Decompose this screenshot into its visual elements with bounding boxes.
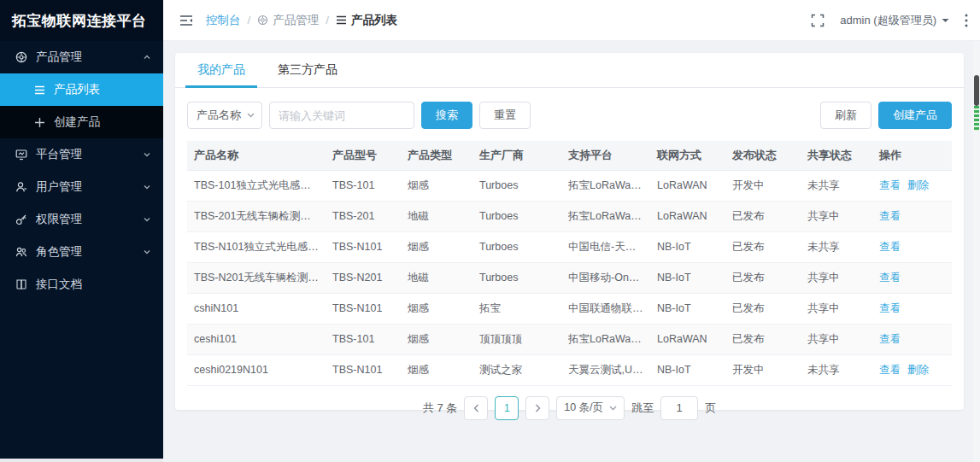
chevron-down-icon [143,183,151,191]
chevron-down-icon [143,150,151,159]
sidebar-item-label: 产品管理 [36,50,134,65]
page-size-select[interactable]: 10 条/页 [556,396,625,420]
page-number-1[interactable]: 1 [495,396,519,420]
chevron-down-icon [143,215,151,224]
sidebar-item-product-management[interactable]: 产品管理 [0,41,163,73]
chevron-up-icon [143,53,151,61]
col-header: 发布状态 [725,141,801,170]
list-icon [336,15,347,26]
view-link[interactable]: 查看 [879,241,901,253]
roles-icon [15,246,27,258]
col-header: 产品类型 [401,141,472,170]
top-header: 控制台 / 产品管理 / 产品列表 admin (超级管理员) [163,0,980,41]
jump-page-input[interactable] [660,396,698,420]
product-table: 产品名称 产品型号 产品类型 生产厂商 支持平台 联网方式 发布状态 共享状态 … [187,141,952,386]
doc-icon [15,278,27,290]
platform-icon [15,149,27,161]
caret-down-icon [942,18,949,23]
col-header: 支持平台 [561,141,650,170]
sidebar-item-platform-management[interactable]: 平台管理 [0,138,163,171]
table-header-row: 产品名称 产品型号 产品类型 生产厂商 支持平台 联网方式 发布状态 共享状态 … [187,141,952,170]
app-logo: 拓宝物联网连接平台 [0,0,163,41]
sidebar: 拓宝物联网连接平台 产品管理 产品列表 创建产品 平台管理 用户管理 权限管理 … [0,0,163,459]
pagination: 共 7 条 1 10 条/页 跳至 页 [175,396,964,420]
pagination-total: 共 7 条 [423,401,457,416]
sidebar-item-user-management[interactable]: 用户管理 [0,171,163,203]
content-card: 我的产品 第三方产品 产品名称 搜索 重置 刷新 创建产品 产品名称 产品型号 … [175,53,964,410]
fullscreen-icon[interactable] [811,14,824,27]
tab-third-party-products[interactable]: 第三方产品 [276,54,339,87]
filter-field-select[interactable]: 产品名称 [187,102,262,129]
breadcrumb-separator: / [248,14,251,26]
sidebar-item-label: 角色管理 [36,244,134,260]
reset-button[interactable]: 重置 [479,102,531,129]
more-options-icon[interactable] [965,14,968,27]
chevron-right-icon [535,404,541,412]
sidebar-item-label: 平台管理 [36,147,134,162]
sidebar-item-product-list[interactable]: 产品列表 [0,73,163,106]
breadcrumb-section[interactable]: 产品管理 [257,13,319,28]
refresh-button[interactable]: 刷新 [820,102,871,129]
sidebar-item-label: 用户管理 [36,179,134,195]
col-header: 操作 [872,141,952,170]
delete-link[interactable]: 删除 [907,364,929,376]
filter-toolbar: 产品名称 搜索 重置 刷新 创建产品 [175,88,964,141]
create-product-button[interactable]: 创建产品 [878,102,952,129]
view-link[interactable]: 查看 [879,333,901,345]
chevron-left-icon [473,404,479,412]
key-icon [15,213,27,225]
jump-label: 跳至 [631,401,654,416]
breadcrumb-current: 产品列表 [336,13,397,28]
col-header: 产品名称 [187,141,326,170]
breadcrumb-separator: / [326,14,329,26]
product-icon [15,51,27,63]
user-icon [15,181,27,193]
col-header: 产品型号 [326,141,401,170]
chevron-down-icon [609,406,617,411]
sidebar-item-api-docs[interactable]: 接口文档 [0,268,163,301]
chevron-down-icon [143,248,151,256]
sidebar-item-label: 创建产品 [54,114,151,130]
sidebar-item-label: 产品列表 [54,82,151,97]
sidebar-item-label: 权限管理 [36,212,134,227]
list-icon [34,85,45,96]
table-row: TBS-N201无线车辆检测器--勿删! ... TBS-N201 地磁 Tur… [187,262,952,293]
sidebar-bottom-strip [0,459,163,462]
view-link[interactable]: 查看 [879,302,901,314]
col-header: 共享状态 [801,141,872,170]
view-link[interactable]: 查看 [879,272,901,284]
table-row: TBS-N101独立式光电感烟火灾探... TBS-N101 烟感 Turboe… [187,231,952,262]
sidebar-item-role-management[interactable]: 角色管理 [0,236,163,268]
prev-page-button[interactable] [464,396,488,420]
sidebar-item-label: 接口文档 [36,277,151,292]
table-row: TBS-101独立式光电感烟火灾探测.. TBS-101 烟感 Turboes … [187,170,952,201]
next-page-button[interactable] [525,396,549,420]
gear-icon [257,15,268,26]
user-menu[interactable]: admin (超级管理员) [840,13,949,28]
chevron-down-icon [247,113,255,118]
scrollbar-thumb[interactable] [974,75,979,106]
plus-icon [34,117,45,128]
scrollbar-green-stripes [974,106,979,132]
delete-link[interactable]: 删除 [907,179,929,191]
page-unit-label: 页 [705,401,716,416]
table-row: ceshi101 TBS-101 烟感 顶顶顶顶 拓宝LoRaWan平台 LoR… [187,324,952,354]
view-link[interactable]: 查看 [879,179,901,191]
col-header: 生产厂商 [472,141,561,170]
col-header: 联网方式 [650,141,725,170]
view-link[interactable]: 查看 [879,210,901,222]
breadcrumb-home[interactable]: 控制台 [206,13,241,28]
search-button[interactable]: 搜索 [421,102,472,129]
user-label: admin (超级管理员) [840,13,936,28]
sidebar-submenu-products: 产品列表 创建产品 [0,73,163,138]
sidebar-item-permission-management[interactable]: 权限管理 [0,203,163,236]
menu-fold-icon[interactable] [179,14,194,27]
keyword-input[interactable] [269,102,414,129]
tab-my-products[interactable]: 我的产品 [196,54,247,87]
sidebar-item-create-product[interactable]: 创建产品 [0,106,163,138]
view-link[interactable]: 查看 [879,364,901,376]
vertical-scrollbar[interactable] [973,41,980,462]
tab-bar: 我的产品 第三方产品 [175,53,964,88]
table-row: ceshi0219N101 TBS-N101 烟感 测试之家 天翼云测试,UDP… [187,354,952,385]
table-row: cshiN101 TBS-N101 烟感 拓宝 中国联通物联网平台,... NB… [187,293,952,324]
